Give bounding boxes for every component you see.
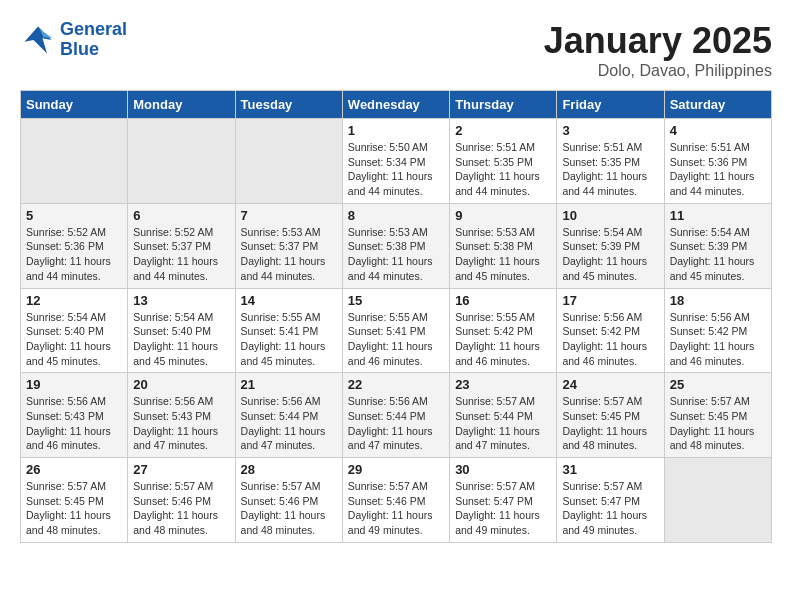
calendar-cell: 29Sunrise: 5:57 AM Sunset: 5:46 PM Dayli…	[342, 458, 449, 543]
calendar-cell: 21Sunrise: 5:56 AM Sunset: 5:44 PM Dayli…	[235, 373, 342, 458]
day-info: Sunrise: 5:57 AM Sunset: 5:45 PM Dayligh…	[26, 479, 122, 538]
calendar-cell: 23Sunrise: 5:57 AM Sunset: 5:44 PM Dayli…	[450, 373, 557, 458]
calendar-cell	[235, 119, 342, 204]
header-monday: Monday	[128, 91, 235, 119]
day-info: Sunrise: 5:54 AM Sunset: 5:39 PM Dayligh…	[562, 225, 658, 284]
day-number: 7	[241, 208, 337, 223]
svg-marker-0	[25, 26, 52, 53]
day-info: Sunrise: 5:57 AM Sunset: 5:46 PM Dayligh…	[133, 479, 229, 538]
calendar-cell: 17Sunrise: 5:56 AM Sunset: 5:42 PM Dayli…	[557, 288, 664, 373]
day-number: 10	[562, 208, 658, 223]
day-number: 14	[241, 293, 337, 308]
day-info: Sunrise: 5:57 AM Sunset: 5:47 PM Dayligh…	[455, 479, 551, 538]
calendar-cell: 4Sunrise: 5:51 AM Sunset: 5:36 PM Daylig…	[664, 119, 771, 204]
day-number: 18	[670, 293, 766, 308]
calendar-cell: 8Sunrise: 5:53 AM Sunset: 5:38 PM Daylig…	[342, 203, 449, 288]
calendar-cell: 16Sunrise: 5:55 AM Sunset: 5:42 PM Dayli…	[450, 288, 557, 373]
day-info: Sunrise: 5:51 AM Sunset: 5:35 PM Dayligh…	[562, 140, 658, 199]
day-number: 29	[348, 462, 444, 477]
header-thursday: Thursday	[450, 91, 557, 119]
day-info: Sunrise: 5:54 AM Sunset: 5:39 PM Dayligh…	[670, 225, 766, 284]
calendar-week-2: 12Sunrise: 5:54 AM Sunset: 5:40 PM Dayli…	[21, 288, 772, 373]
day-info: Sunrise: 5:57 AM Sunset: 5:44 PM Dayligh…	[455, 394, 551, 453]
day-number: 1	[348, 123, 444, 138]
day-number: 26	[26, 462, 122, 477]
calendar-cell: 7Sunrise: 5:53 AM Sunset: 5:37 PM Daylig…	[235, 203, 342, 288]
header-wednesday: Wednesday	[342, 91, 449, 119]
calendar-cell: 9Sunrise: 5:53 AM Sunset: 5:38 PM Daylig…	[450, 203, 557, 288]
day-info: Sunrise: 5:55 AM Sunset: 5:41 PM Dayligh…	[241, 310, 337, 369]
day-info: Sunrise: 5:56 AM Sunset: 5:42 PM Dayligh…	[562, 310, 658, 369]
calendar-cell: 3Sunrise: 5:51 AM Sunset: 5:35 PM Daylig…	[557, 119, 664, 204]
title-block: January 2025 Dolo, Davao, Philippines	[544, 20, 772, 80]
day-info: Sunrise: 5:56 AM Sunset: 5:42 PM Dayligh…	[670, 310, 766, 369]
calendar-cell: 22Sunrise: 5:56 AM Sunset: 5:44 PM Dayli…	[342, 373, 449, 458]
day-info: Sunrise: 5:52 AM Sunset: 5:37 PM Dayligh…	[133, 225, 229, 284]
calendar-cell: 19Sunrise: 5:56 AM Sunset: 5:43 PM Dayli…	[21, 373, 128, 458]
day-info: Sunrise: 5:54 AM Sunset: 5:40 PM Dayligh…	[26, 310, 122, 369]
day-number: 3	[562, 123, 658, 138]
day-info: Sunrise: 5:55 AM Sunset: 5:42 PM Dayligh…	[455, 310, 551, 369]
calendar-cell: 6Sunrise: 5:52 AM Sunset: 5:37 PM Daylig…	[128, 203, 235, 288]
day-info: Sunrise: 5:56 AM Sunset: 5:43 PM Dayligh…	[133, 394, 229, 453]
day-number: 21	[241, 377, 337, 392]
calendar-cell: 27Sunrise: 5:57 AM Sunset: 5:46 PM Dayli…	[128, 458, 235, 543]
header-sunday: Sunday	[21, 91, 128, 119]
header-saturday: Saturday	[664, 91, 771, 119]
calendar-cell: 30Sunrise: 5:57 AM Sunset: 5:47 PM Dayli…	[450, 458, 557, 543]
day-number: 5	[26, 208, 122, 223]
calendar-cell: 20Sunrise: 5:56 AM Sunset: 5:43 PM Dayli…	[128, 373, 235, 458]
calendar-cell	[128, 119, 235, 204]
day-number: 2	[455, 123, 551, 138]
day-number: 31	[562, 462, 658, 477]
day-number: 25	[670, 377, 766, 392]
logo-text: General Blue	[60, 20, 127, 60]
day-info: Sunrise: 5:52 AM Sunset: 5:36 PM Dayligh…	[26, 225, 122, 284]
logo-icon	[20, 22, 56, 58]
day-info: Sunrise: 5:57 AM Sunset: 5:46 PM Dayligh…	[241, 479, 337, 538]
calendar-week-3: 19Sunrise: 5:56 AM Sunset: 5:43 PM Dayli…	[21, 373, 772, 458]
calendar-cell: 2Sunrise: 5:51 AM Sunset: 5:35 PM Daylig…	[450, 119, 557, 204]
calendar-cell	[664, 458, 771, 543]
header-friday: Friday	[557, 91, 664, 119]
day-number: 16	[455, 293, 551, 308]
day-number: 6	[133, 208, 229, 223]
day-info: Sunrise: 5:57 AM Sunset: 5:46 PM Dayligh…	[348, 479, 444, 538]
calendar-cell: 14Sunrise: 5:55 AM Sunset: 5:41 PM Dayli…	[235, 288, 342, 373]
calendar-week-1: 5Sunrise: 5:52 AM Sunset: 5:36 PM Daylig…	[21, 203, 772, 288]
calendar-header-row: SundayMondayTuesdayWednesdayThursdayFrid…	[21, 91, 772, 119]
calendar-subtitle: Dolo, Davao, Philippines	[544, 62, 772, 80]
calendar-cell: 31Sunrise: 5:57 AM Sunset: 5:47 PM Dayli…	[557, 458, 664, 543]
day-number: 9	[455, 208, 551, 223]
day-info: Sunrise: 5:50 AM Sunset: 5:34 PM Dayligh…	[348, 140, 444, 199]
calendar-week-4: 26Sunrise: 5:57 AM Sunset: 5:45 PM Dayli…	[21, 458, 772, 543]
day-number: 4	[670, 123, 766, 138]
day-info: Sunrise: 5:57 AM Sunset: 5:45 PM Dayligh…	[562, 394, 658, 453]
day-number: 19	[26, 377, 122, 392]
calendar-cell: 18Sunrise: 5:56 AM Sunset: 5:42 PM Dayli…	[664, 288, 771, 373]
day-info: Sunrise: 5:51 AM Sunset: 5:36 PM Dayligh…	[670, 140, 766, 199]
calendar-table: SundayMondayTuesdayWednesdayThursdayFrid…	[20, 90, 772, 543]
calendar-cell: 5Sunrise: 5:52 AM Sunset: 5:36 PM Daylig…	[21, 203, 128, 288]
day-info: Sunrise: 5:56 AM Sunset: 5:44 PM Dayligh…	[241, 394, 337, 453]
calendar-title: January 2025	[544, 20, 772, 62]
calendar-cell: 12Sunrise: 5:54 AM Sunset: 5:40 PM Dayli…	[21, 288, 128, 373]
calendar-cell: 10Sunrise: 5:54 AM Sunset: 5:39 PM Dayli…	[557, 203, 664, 288]
day-number: 28	[241, 462, 337, 477]
day-info: Sunrise: 5:53 AM Sunset: 5:37 PM Dayligh…	[241, 225, 337, 284]
day-number: 23	[455, 377, 551, 392]
calendar-cell	[21, 119, 128, 204]
calendar-cell: 15Sunrise: 5:55 AM Sunset: 5:41 PM Dayli…	[342, 288, 449, 373]
day-number: 17	[562, 293, 658, 308]
day-number: 20	[133, 377, 229, 392]
day-number: 8	[348, 208, 444, 223]
day-number: 30	[455, 462, 551, 477]
day-number: 11	[670, 208, 766, 223]
day-number: 22	[348, 377, 444, 392]
logo: General Blue	[20, 20, 127, 60]
calendar-cell: 24Sunrise: 5:57 AM Sunset: 5:45 PM Dayli…	[557, 373, 664, 458]
day-number: 12	[26, 293, 122, 308]
day-info: Sunrise: 5:56 AM Sunset: 5:43 PM Dayligh…	[26, 394, 122, 453]
day-info: Sunrise: 5:51 AM Sunset: 5:35 PM Dayligh…	[455, 140, 551, 199]
day-info: Sunrise: 5:57 AM Sunset: 5:47 PM Dayligh…	[562, 479, 658, 538]
